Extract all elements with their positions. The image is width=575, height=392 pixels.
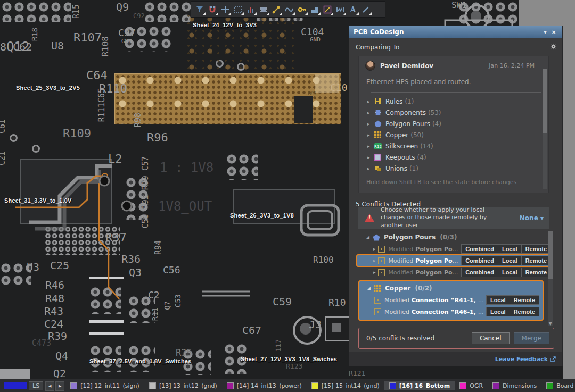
layer-tab-label: [12] 12_int11_(sign)	[80, 382, 139, 389]
layer-tab-board-shape[interactable]: Board Shape	[541, 381, 575, 390]
remote-button[interactable]: Remote	[510, 307, 539, 316]
place-text-icon[interactable]: A	[347, 3, 359, 16]
conflict-row[interactable]: ▸ ModifiedPolygon Pour “5_int... Combine…	[358, 266, 554, 278]
layer-color-swatch	[389, 382, 396, 389]
leave-feedback-link[interactable]: Leave Feedback	[495, 356, 556, 363]
remote-button[interactable]: Remote	[522, 268, 551, 277]
scroll-right-icon[interactable]: ▶	[55, 381, 64, 391]
avatar	[365, 61, 375, 71]
pcb-label: R96	[147, 132, 168, 144]
filter-icon[interactable]	[193, 3, 206, 16]
gear-icon[interactable]	[550, 43, 557, 52]
polygon-step-icon[interactable]	[308, 3, 321, 16]
resolve-all-dropdown[interactable]: None ▾	[520, 214, 544, 222]
pcb-label: R111C65	[98, 88, 106, 122]
board-insight-icon[interactable]	[244, 3, 257, 16]
combined-button[interactable]: Combined	[461, 244, 498, 254]
remote-button[interactable]: Remote	[510, 295, 539, 305]
tree-item-label: Rules	[385, 98, 402, 105]
panel-close-icon[interactable]: ×	[549, 29, 558, 36]
pcb-label: Sheet_27_12V_3V3_1V8_Swiches	[241, 356, 337, 362]
expand-arrow-icon[interactable]: ▸	[367, 99, 374, 104]
scroll-down-icon[interactable]: ▼	[548, 321, 553, 326]
expand-arrow-icon[interactable]: ▸	[373, 258, 378, 263]
pcb-label: R37	[105, 232, 127, 244]
place-slash-icon[interactable]	[359, 3, 372, 16]
remote-button[interactable]: Remote	[522, 244, 551, 254]
local-button[interactable]: Local	[498, 256, 522, 265]
conflict-row[interactable]: ModifiedConnection “R46-1, R47-2” A10_..…	[359, 306, 543, 318]
layer-tab--14-14-int13-power-[interactable]: [14] 14_int13_(power)	[222, 381, 307, 390]
author-name: Pavel Demidov	[380, 62, 433, 70]
layer-tab--16-16-bottom[interactable]: [16] 16_Bottom	[384, 381, 455, 390]
collapse-arrow-icon[interactable]: ◢	[367, 286, 373, 291]
layer-color-swatch	[546, 382, 553, 389]
combined-button[interactable]: Combined	[461, 256, 498, 265]
rules-icon	[374, 98, 382, 105]
group-copper[interactable]: ◢ Copper (0/2)	[359, 282, 543, 294]
expand-arrow-icon[interactable]: ▸	[367, 132, 374, 138]
combined-button[interactable]: Combined	[461, 268, 498, 277]
expand-arrow-icon[interactable]: ▸	[373, 246, 378, 252]
layer-set-button[interactable]: LS	[29, 381, 43, 390]
layer-tab-ogr[interactable]: OGR	[455, 381, 488, 390]
collapse-arrow-icon[interactable]: ◢	[366, 235, 372, 240]
pcb-label: C53	[174, 294, 182, 307]
layer-tab--13-13-int12-gnd-[interactable]: [13] 13_int12_(gnd)	[144, 381, 222, 390]
expand-arrow-icon[interactable]: ▸	[367, 110, 374, 115]
move-cross-icon[interactable]	[219, 3, 232, 16]
place-component-icon[interactable]	[257, 3, 270, 16]
pcb-label: R100	[313, 256, 334, 264]
tree-item-label: Keepouts	[385, 154, 415, 161]
local-button[interactable]: Local	[486, 295, 510, 305]
panel-header[interactable]: PCB CoDesign ▾ ×	[349, 26, 562, 38]
conflict-row[interactable]: ModifiedConnection “R41-1, R43-2” Net...…	[359, 294, 543, 306]
pcb-label: 1 : 1V8	[160, 161, 213, 174]
expand-arrow-icon[interactable]: ▸	[367, 121, 374, 127]
tree-item-keepouts[interactable]: ▸Keepouts(4)	[359, 152, 548, 163]
tree-item-unions[interactable]: ▸Unions(1)	[359, 163, 548, 174]
pcb-label: C92	[133, 13, 145, 19]
measure-icon[interactable]	[334, 3, 347, 16]
layer-tab--12-12-int11-sign-[interactable]: [12] 12_int11_(sign)	[65, 381, 144, 390]
tune-wave-icon[interactable]	[283, 3, 295, 16]
tree-item-copper[interactable]: ▸Copper(50)	[359, 129, 548, 140]
union-icon	[374, 165, 382, 172]
tree-item-silkscreen[interactable]: ▸R12Silkscreen(14)	[359, 140, 548, 152]
pcb-label: R48	[45, 293, 64, 304]
pcb-label: Q3	[129, 267, 142, 278]
key-icon[interactable]	[295, 3, 308, 16]
conflict-scrollbar[interactable]: ▼	[548, 231, 553, 326]
pcb-label: R43	[44, 306, 63, 316]
expand-arrow-icon[interactable]: ▸	[367, 155, 374, 160]
panel-dropdown-icon[interactable]: ▾	[541, 29, 549, 36]
pcb-label: C56	[163, 265, 180, 275]
route-icon[interactable]	[270, 3, 283, 16]
card-scrollbar[interactable]	[543, 69, 547, 189]
expand-arrow-icon[interactable]: ▸	[367, 166, 374, 171]
local-button[interactable]: Local	[486, 307, 510, 316]
group-polygon-pours[interactable]: ◢ Polygon Pours (0/3)	[358, 231, 554, 243]
local-button[interactable]: Local	[498, 268, 522, 277]
select-area-icon[interactable]	[232, 3, 244, 16]
conflict-row-selected[interactable]: ▸ ModifiedPolygon Pour “16_B... Combined…	[358, 255, 554, 266]
scroll-left-icon[interactable]: ◀	[45, 381, 54, 391]
pcb-label: Sheet_26_3V3_to_1V8	[230, 213, 294, 219]
expand-arrow-icon[interactable]: ▸	[373, 270, 378, 275]
layer-tab-dimensions[interactable]: Dimensions	[488, 381, 541, 390]
layer-tab-bar: LS ◀ ▶ [12] 12_int11_(sign)[13] 13_int12…	[0, 379, 575, 392]
layer-tab--15-15-int14-gnd-[interactable]: [15] 15_int14_(gnd)	[307, 381, 384, 390]
expand-arrow-icon[interactable]: ▸	[367, 144, 374, 149]
draw-line-icon[interactable]	[321, 3, 334, 16]
magnet-snap-icon[interactable]	[206, 3, 219, 16]
conflict-row[interactable]: ▸ ModifiedPolygon Pour “12_I... Combined…	[358, 243, 554, 255]
tree-item-count: (14)	[420, 143, 433, 150]
tree-item-polygon-pours[interactable]: ▸Polygon Pours(4)	[359, 118, 548, 129]
cancel-button[interactable]: Cancel	[472, 332, 510, 344]
tree-item-rules[interactable]: ▸Rules(1)	[359, 96, 548, 107]
local-button[interactable]: Local	[498, 244, 522, 254]
tree-item-components[interactable]: ▸Components(53)	[359, 107, 548, 118]
merge-button[interactable]: Merge	[514, 332, 549, 344]
copper-icon	[374, 131, 382, 139]
remote-button[interactable]: Remote	[522, 256, 551, 265]
